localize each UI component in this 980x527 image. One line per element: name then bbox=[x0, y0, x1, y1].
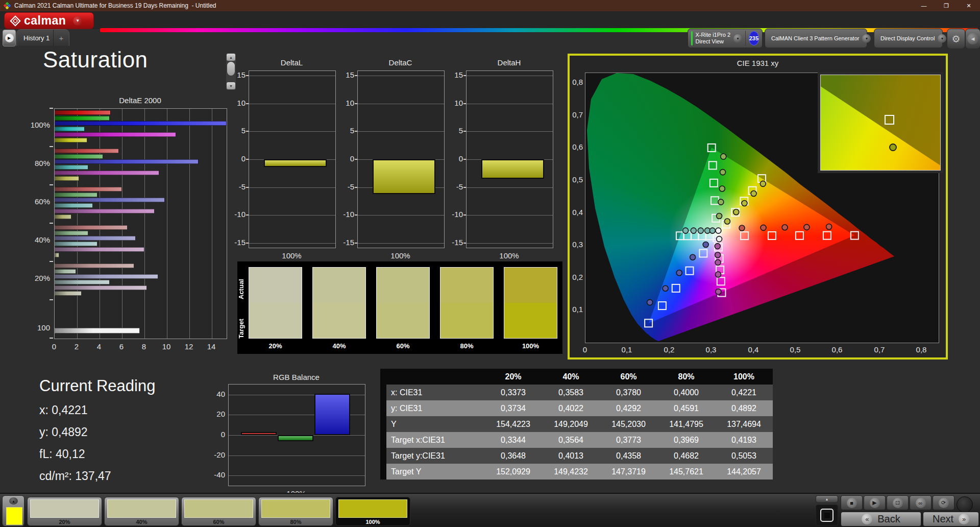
tab-history-1[interactable]: History 1 + bbox=[16, 29, 69, 46]
cie-y-tick-label: 0,6 bbox=[571, 142, 583, 151]
deltae-bar bbox=[55, 225, 128, 230]
delta-chart-y-tick-label: 15 bbox=[227, 70, 246, 79]
delta-chart-gridline bbox=[249, 76, 335, 76]
cie-measured-marker-green bbox=[720, 170, 726, 175]
rgb-y-tick-label: 20 bbox=[206, 410, 225, 418]
calman-diamond-icon bbox=[10, 15, 21, 27]
cie-measured-marker-green bbox=[719, 186, 725, 191]
current-reading-line: cd/m²: 137,47 bbox=[39, 469, 111, 483]
refresh-icon: ⟳ bbox=[939, 498, 949, 508]
meter-dropdown[interactable]: X-Rite i1Pro 2Direct View ▼ 235 bbox=[688, 29, 763, 48]
swatch-label: 60% bbox=[376, 342, 430, 350]
cie-measured-marker-green bbox=[721, 154, 726, 159]
deltae-bar bbox=[55, 149, 119, 153]
scroll-up-icon[interactable]: ▲ bbox=[227, 54, 235, 61]
delta-chart-y-tick bbox=[246, 159, 249, 160]
deltae-bar bbox=[55, 193, 97, 197]
pattern-swatch bbox=[338, 499, 407, 518]
cie-y-tick-label: 0,2 bbox=[571, 273, 583, 281]
pattern-button-80%[interactable]: 80% bbox=[258, 497, 333, 526]
cie-x-tick-label: 0,8 bbox=[914, 345, 928, 354]
app-icon bbox=[4, 2, 11, 9]
transport-stop-button[interactable]: ■ bbox=[841, 495, 863, 510]
pattern-button-60%[interactable]: 60% bbox=[181, 497, 256, 526]
pattern-generator-label: CalMAN Client 3 Pattern Generator bbox=[771, 35, 859, 42]
chevron-down-icon: ▼ bbox=[938, 34, 946, 43]
meter-count-badge[interactable]: 235 bbox=[749, 31, 759, 45]
pattern-swatch bbox=[107, 499, 176, 518]
table-row: x: CIE310,33730,35830,37800,40000,4221 bbox=[380, 385, 773, 400]
swatch-pair bbox=[440, 267, 494, 339]
table-row-label: Target y:CIE31 bbox=[386, 448, 484, 464]
table-cell: 137,4694 bbox=[715, 416, 773, 432]
current-pattern-swatch bbox=[6, 507, 22, 525]
pattern-button-100%[interactable]: 100% bbox=[335, 497, 410, 526]
pattern-generator-dropdown[interactable]: CalMAN Client 3 Pattern Generator ▼ bbox=[765, 29, 867, 48]
add-tab-button[interactable]: + bbox=[53, 30, 69, 46]
transport-loop-button[interactable]: ∞ bbox=[910, 495, 932, 510]
table-gutter bbox=[380, 432, 386, 448]
deltae-bar bbox=[55, 285, 147, 290]
transport-pattern-window-button[interactable]: ⊡ bbox=[887, 495, 909, 510]
tab-label: History 1 bbox=[17, 34, 53, 42]
maximize-button[interactable]: ❐ bbox=[935, 0, 958, 11]
transport-play-button[interactable]: ▶ bbox=[864, 495, 886, 510]
back-button[interactable]: « Back bbox=[841, 512, 921, 526]
transport-refresh-button[interactable]: ⟳ bbox=[933, 495, 954, 510]
scroll-down-icon[interactable]: ▼ bbox=[227, 82, 235, 89]
delta-chart-y-tick-label: 5 bbox=[227, 126, 246, 135]
delta-chart-y-tick bbox=[355, 243, 357, 244]
deltae-axis-tick bbox=[50, 146, 53, 147]
delta-chart-y-tick bbox=[355, 214, 357, 215]
deltae-gridline bbox=[122, 109, 122, 339]
pattern-button-label: 40% bbox=[105, 519, 179, 525]
delta-chart-title: DeltaL bbox=[249, 58, 335, 67]
delta-chart-y-tick-label: 5 bbox=[445, 126, 463, 135]
display-control-dropdown[interactable]: Direct Display Control ▼ bbox=[874, 29, 943, 48]
chevron-up-icon: ▲ bbox=[825, 497, 829, 501]
table-gutter bbox=[380, 385, 386, 400]
delta-chart-y-tick bbox=[355, 131, 357, 132]
actual-swatch bbox=[249, 268, 302, 303]
delta-chart-gridline bbox=[249, 243, 335, 244]
delta-chart-y-tick-label: -5 bbox=[336, 182, 354, 191]
cie-target-marker-red bbox=[823, 232, 831, 239]
pattern-panel-expand-button[interactable]: ▲ bbox=[816, 495, 838, 503]
minimize-button[interactable]: — bbox=[913, 0, 935, 11]
cie-measured-marker-white bbox=[717, 236, 722, 242]
cie-measured-marker-red bbox=[782, 225, 788, 230]
pattern-button-40%[interactable]: 40% bbox=[104, 497, 179, 526]
cie-measured-marker-yellow bbox=[760, 181, 766, 186]
deltae-gridline bbox=[212, 109, 212, 339]
delta-chart-y-tick bbox=[246, 243, 249, 244]
close-button[interactable]: ✕ bbox=[958, 0, 980, 11]
swatch-label: 100% bbox=[504, 342, 557, 350]
table-cell: 0,3583 bbox=[542, 385, 600, 400]
deltae-bar bbox=[55, 209, 155, 213]
divider bbox=[745, 31, 746, 46]
settings-button[interactable]: ⚙ bbox=[947, 29, 965, 49]
deltae-group-label: 100 bbox=[19, 323, 50, 332]
run-all-button[interactable]: ▶ bbox=[3, 30, 16, 46]
cie-measured-marker-red bbox=[804, 224, 810, 230]
deltae-axis-tick bbox=[50, 184, 53, 185]
deltae-x-tick-label: 12 bbox=[183, 342, 195, 351]
target-swatch bbox=[313, 303, 365, 338]
collapse-panel-button[interactable]: ◀ bbox=[965, 29, 980, 49]
cie-measured-marker-red bbox=[826, 224, 832, 229]
current-pattern-button[interactable]: ▲ bbox=[2, 495, 24, 526]
next-button[interactable]: Next » bbox=[923, 512, 979, 526]
blank-pattern-button[interactable] bbox=[816, 505, 838, 526]
pattern-button-20%[interactable]: 20% bbox=[27, 497, 102, 526]
cie-measured-marker-red bbox=[739, 225, 745, 231]
cie-zoom-gamut-region bbox=[821, 75, 940, 170]
pattern-button-label: 100% bbox=[336, 519, 410, 525]
delta-chart-y-tick-label: 0 bbox=[227, 154, 246, 163]
calman-logo-button[interactable]: calman ▼ bbox=[4, 12, 94, 29]
back-chevrons-icon: « bbox=[862, 514, 872, 524]
cie-y-tick-label: 0,5 bbox=[571, 175, 583, 184]
cie-target-marker-cyan bbox=[676, 232, 684, 239]
table-cell: 0,4358 bbox=[600, 448, 657, 464]
deltae-bar bbox=[55, 116, 110, 121]
logo-menu-caret-icon[interactable]: ▼ bbox=[73, 16, 82, 26]
